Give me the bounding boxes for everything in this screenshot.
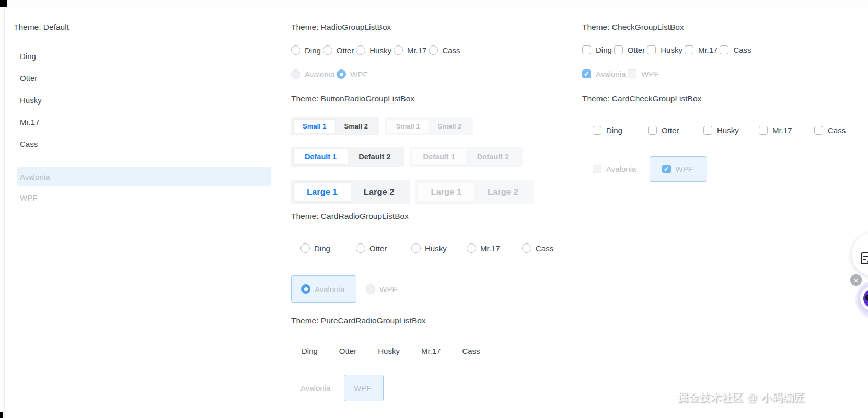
radio-icon [291, 69, 300, 79]
card-check-option-cass[interactable]: Cass [814, 126, 868, 135]
button-radio-option-disabled: Large 1 [418, 183, 474, 201]
button-radio-option[interactable]: Default 2 [348, 149, 401, 164]
card-radio-option-avalonia-selected-disabled: Avalonia [291, 275, 356, 303]
card-check-option-label: Cass [828, 126, 846, 135]
pure-card-option-husky[interactable]: Husky [378, 346, 400, 355]
check-option-ding[interactable]: Ding [582, 45, 612, 54]
checkbox-checked-icon [662, 165, 671, 173]
button-radio-option-selected[interactable]: Default 1 [294, 149, 348, 164]
pure-card-option-otter[interactable]: Otter [339, 346, 356, 355]
check-option-label: Mr.17 [698, 45, 718, 54]
button-radio-group-default: Default 1 Default 2 [291, 147, 404, 167]
card-check-option-label: Avalonia [606, 165, 636, 173]
radio-option-label: Ding [305, 46, 321, 55]
card-check-group-disabled-row: Avalonia WPF [582, 156, 868, 182]
survey-form-icon [860, 252, 868, 265]
radio-icon [356, 45, 365, 55]
card-radio-group-listbox: Ding Otter Husky Mr.17 Cass [291, 236, 568, 261]
checkbox-icon [628, 69, 636, 78]
check-option-label: WPF [641, 69, 658, 78]
list-item-husky[interactable]: Husky [14, 89, 279, 110]
card-check-option-label: Ding [606, 126, 622, 135]
pure-card-option-mr17[interactable]: Mr.17 [421, 346, 441, 355]
card-check-group-listbox: Ding Otter Husky Mr.17 Cass [582, 118, 868, 143]
checkbox-icon [648, 126, 657, 135]
pure-card-radio-group-listbox: Ding Otter Husky Mr.17 Cass [291, 346, 568, 355]
checkbox-icon [582, 45, 591, 54]
radio-option-label: Husky [369, 46, 391, 55]
button-radio-option-selected[interactable]: Small 1 [294, 120, 335, 133]
close-overlay-button[interactable]: × [850, 274, 862, 286]
card-radio-option-husky[interactable]: Husky [411, 243, 467, 253]
check-group-listbox: Ding Otter Husky Mr.17 Cass [582, 45, 868, 54]
card-radio-option-otter[interactable]: Otter [356, 243, 411, 253]
radio-icon [291, 45, 300, 55]
card-check-group-title: Theme: CardCheckGroupListBox [582, 94, 868, 103]
button-radio-option[interactable]: Small 2 [335, 120, 377, 133]
default-listbox: Ding Otter Husky Mr.17 Cass Avalonia WPF [14, 45, 279, 207]
check-option-avalonia-checked-disabled: Avalonia [582, 69, 626, 78]
checkbox-checked-icon [582, 69, 591, 78]
card-radio-option-mr17[interactable]: Mr.17 [467, 243, 522, 253]
screen-corner-artifact [0, 412, 3, 418]
pure-card-option-wpf-selected-disabled: WPF [344, 375, 383, 401]
card-radio-option-label: Avalonia [315, 285, 344, 294]
check-option-label: Ding [596, 45, 612, 54]
check-option-label: Otter [628, 45, 645, 54]
pure-card-option-cass[interactable]: Cass [462, 346, 480, 355]
panel-radio-listboxes: Theme: RadioGroupListBox Ding Otter Husk… [279, 7, 568, 418]
button-radio-group-small: Small 1 Small 2 [291, 117, 379, 135]
radio-option-ding[interactable]: Ding [291, 45, 321, 55]
radio-icon [366, 284, 375, 294]
checkbox-icon [759, 126, 768, 135]
checkbox-icon [593, 126, 601, 135]
button-radio-row-large: Large 1 Large 2 Large 1 Large 2 [291, 180, 568, 204]
radio-option-mr17[interactable]: Mr.17 [394, 45, 427, 55]
list-item-ding[interactable]: Ding [14, 45, 279, 66]
card-check-option-ding[interactable]: Ding [593, 126, 648, 135]
radio-option-otter[interactable]: Otter [323, 45, 354, 55]
list-item-mr17[interactable]: Mr.17 [14, 111, 279, 132]
check-option-mr17[interactable]: Mr.17 [685, 45, 718, 54]
pure-card-option-label: WPF [354, 384, 371, 392]
radio-option-cass[interactable]: Cass [429, 45, 460, 55]
list-item-avalonia-selected-disabled: Avalonia [17, 167, 271, 186]
button-radio-group-large-disabled: Large 1 Large 2 [415, 180, 534, 204]
list-item-cass[interactable]: Cass [14, 133, 279, 154]
button-radio-option-disabled: Small 1 [387, 120, 429, 133]
assistant-eye-dot [865, 295, 868, 301]
button-radio-group-title: Theme: ButtonRadioGroupListBox [291, 94, 568, 103]
card-check-option-husky[interactable]: Husky [703, 126, 759, 135]
check-option-label: Avalonia [596, 69, 626, 78]
pure-card-option-avalonia-disabled: Avalonia [300, 384, 330, 392]
button-radio-row-small: Small 1 Small 2 Small 1 Small 2 [291, 117, 568, 135]
check-option-otter[interactable]: Otter [614, 45, 645, 54]
listbox-demo-window: Theme: Default Ding Otter Husky Mr.17 Ca… [4, 7, 868, 418]
card-radio-option-label: Otter [369, 244, 387, 253]
card-check-option-otter[interactable]: Otter [648, 126, 703, 135]
card-radio-option-label: Mr.17 [480, 244, 500, 253]
button-radio-option-disabled: Default 1 [412, 149, 466, 164]
radio-group-title: Theme: RadioGroupListBox [291, 22, 568, 32]
pure-card-option-ding[interactable]: Ding [302, 346, 318, 355]
button-radio-option-disabled: Small 2 [429, 120, 471, 133]
card-check-option-wpf-checked-disabled: WPF [650, 156, 707, 182]
radio-option-husky[interactable]: Husky [356, 45, 391, 55]
check-option-husky[interactable]: Husky [647, 45, 682, 54]
check-option-label: Husky [661, 45, 682, 54]
check-option-cass[interactable]: Cass [720, 45, 751, 54]
radio-option-wpf-checked-disabled: WPF [337, 69, 367, 79]
radio-icon [394, 45, 403, 55]
card-radio-group-disabled-row: Avalonia WPF [291, 275, 568, 303]
list-item-otter[interactable]: Otter [14, 67, 279, 88]
radio-checked-icon [301, 284, 310, 294]
card-radio-option-label: WPF [379, 285, 397, 294]
card-radio-option-ding[interactable]: Ding [300, 243, 356, 253]
checkbox-icon [720, 45, 728, 54]
card-check-option-mr17[interactable]: Mr.17 [759, 126, 814, 135]
card-radio-option-wpf-disabled: WPF [366, 284, 397, 294]
card-radio-group-title: Theme: CardRadioGroupListBox [291, 211, 568, 221]
button-radio-option-selected[interactable]: Large 1 [294, 183, 351, 201]
button-radio-option[interactable]: Large 2 [351, 183, 408, 201]
button-radio-row-default: Default 1 Default 2 Default 1 Default 2 [291, 147, 568, 167]
